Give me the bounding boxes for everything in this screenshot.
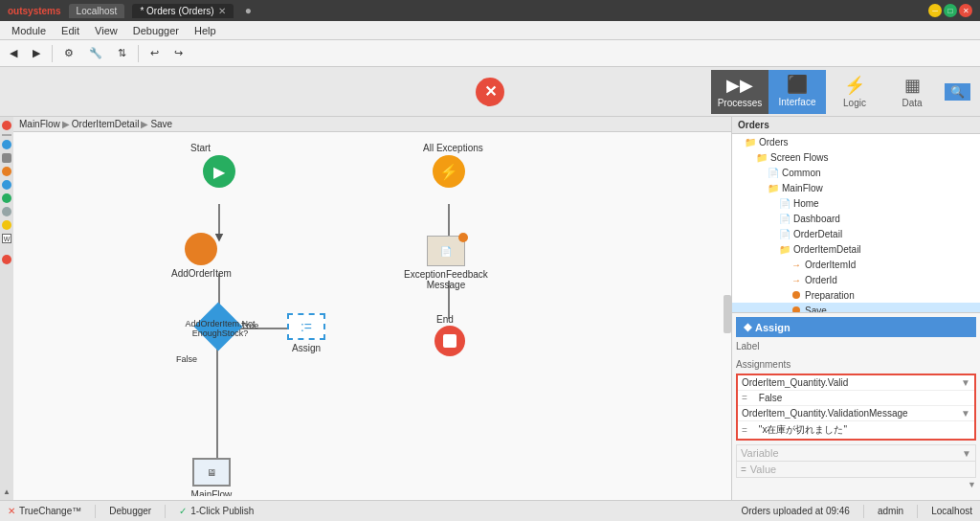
- assign-row-2[interactable]: OrderItem_Quantity.ValidationMessage ▼: [738, 406, 974, 421]
- publish-label: 1-Click Publish: [190, 506, 254, 516]
- maximize-button[interactable]: □: [944, 4, 957, 17]
- back-button[interactable]: ◀: [4, 45, 23, 61]
- tree-panel: Orders 📁 Orders 📁 Screen Flows 📄 Common: [732, 117, 980, 313]
- left-icon-expand[interactable]: ▲: [3, 487, 11, 496]
- breadcrumb-mainflow[interactable]: MainFlow: [19, 119, 60, 129]
- truechange-status[interactable]: ✕ TrueChange™: [8, 506, 81, 516]
- end-circle[interactable]: [434, 326, 465, 356]
- tab-logic[interactable]: ⚡ Logic: [826, 70, 883, 114]
- tree-item-orderitemid[interactable]: → OrderItemId: [732, 257, 980, 272]
- assign-value-row-1[interactable]: = False: [738, 391, 974, 406]
- screen-rect[interactable]: 🖥: [192, 458, 231, 487]
- allexceptions-circle[interactable]: ⚡: [433, 155, 465, 188]
- left-icon-blue[interactable]: [2, 140, 11, 149]
- tab-processes[interactable]: ▶▶ Processes: [711, 70, 768, 114]
- menu-help[interactable]: Help: [187, 23, 224, 38]
- tree-item-orderdetail[interactable]: 📄 OrderDetail: [732, 226, 980, 241]
- user-label: admin: [878, 506, 903, 516]
- top-tabs: ✕ ▶▶ Processes ⬛ Interface ⚡ Logic ▦ Dat…: [0, 67, 980, 117]
- left-icon-yellow[interactable]: [2, 220, 11, 230]
- close-button[interactable]: ✕: [959, 4, 972, 17]
- compare-button[interactable]: ⇅: [112, 45, 132, 61]
- tab-interface[interactable]: ⬛ Interface: [768, 70, 826, 114]
- build-button[interactable]: 🔧: [83, 45, 108, 61]
- end-stop: [443, 334, 457, 348]
- breadcrumb-orderitemdetail[interactable]: OrderItemDetail: [72, 119, 140, 129]
- undo-button[interactable]: ↩: [145, 45, 165, 61]
- assign-box[interactable]: :=: [287, 313, 325, 340]
- variable-dropdown[interactable]: ▼: [962, 448, 971, 459]
- node-start[interactable]: ▶: [203, 155, 235, 188]
- orderitemdetail-label: OrderItemDetail: [793, 244, 861, 255]
- publish-button[interactable]: ✓ 1-Click Publish: [179, 506, 254, 516]
- search-button[interactable]: 🔍: [945, 83, 970, 101]
- close-overlay-button[interactable]: ✕: [476, 78, 504, 106]
- exception-box[interactable]: 📄: [427, 236, 465, 266]
- forward-button[interactable]: ▶: [27, 45, 46, 61]
- tree-item-orders-root[interactable]: 📁 Orders: [732, 134, 980, 149]
- tab-orders[interactable]: * Orders (Orders) ✕: [132, 4, 233, 18]
- menu-debugger[interactable]: Debugger: [125, 23, 187, 38]
- tree-item-home[interactable]: 📄 Home: [732, 195, 980, 211]
- left-icon-red[interactable]: [2, 121, 11, 130]
- menu-view[interactable]: View: [87, 23, 125, 38]
- node-addorderitem[interactable]: AddOrderItem: [171, 233, 232, 279]
- left-icon-grid[interactable]: [2, 153, 11, 163]
- left-icon-gray[interactable]: [2, 207, 11, 216]
- left-icon-diamond[interactable]: [0, 178, 13, 192]
- tree-item-mainflow[interactable]: 📁 MainFlow: [732, 180, 980, 195]
- toolbar: ◀ ▶ ⚙ 🔧 ⇅ ↩ ↪: [0, 40, 980, 67]
- start-circle[interactable]: ▶: [203, 155, 235, 188]
- left-icon-green[interactable]: [2, 193, 11, 203]
- assign-btn-2[interactable]: ▼: [961, 408, 970, 419]
- menu-module[interactable]: Module: [4, 23, 54, 38]
- props-header: ◆ Assign: [736, 317, 976, 337]
- tree-item-dashboard[interactable]: 📄 Dashboard: [732, 211, 980, 226]
- window-controls: ─ □ ✕: [928, 4, 972, 17]
- redo-button[interactable]: ↪: [168, 45, 189, 61]
- node-end[interactable]: [434, 326, 465, 356]
- node-diamond[interactable]: AddOrderItem.NotEnoughStock?: [201, 309, 235, 344]
- node-assign[interactable]: := Assign: [287, 313, 325, 353]
- left-icon-stop[interactable]: [2, 255, 11, 264]
- tab-close-icon[interactable]: ✕: [218, 6, 226, 16]
- assignments-label: Assignments: [736, 359, 976, 370]
- panel-expand-btn[interactable]: ▼: [968, 480, 976, 489]
- tab-interface-label: Interface: [779, 97, 816, 107]
- left-icon-orange[interactable]: [2, 167, 11, 176]
- assign-value-row-2[interactable]: = "x在庫が切れました": [738, 421, 974, 439]
- status-sep-2: [165, 505, 166, 518]
- node-exceptionfeedback[interactable]: 📄 ExceptionFeedbackMessage: [404, 236, 488, 290]
- status-sep-1: [95, 505, 96, 518]
- tree-item-orderitemdetail[interactable]: 📁 OrderItemDetail: [732, 241, 980, 257]
- assign-btn-1[interactable]: ▼: [961, 377, 970, 388]
- variable-placeholder: Variable: [741, 447, 962, 459]
- tree-item-preparation[interactable]: Preparation: [732, 287, 980, 303]
- left-icon-widget[interactable]: W: [2, 234, 11, 243]
- node-allexceptions[interactable]: ⚡: [433, 155, 465, 188]
- assignments-table: OrderItem_Quantity.Valid ▼ = False Order…: [736, 374, 976, 441]
- tree-item-common[interactable]: 📄 Common: [732, 165, 980, 180]
- assign-row-1[interactable]: OrderItem_Quantity.Valid ▼: [738, 375, 974, 391]
- node-allexceptions-label: All Exceptions: [423, 140, 483, 153]
- start-label-text: Start: [190, 143, 211, 153]
- node-mainflow-orderdetail[interactable]: 🖥 MainFlow\OrderDetail: [186, 458, 237, 496]
- tab-localhost[interactable]: Localhost: [69, 4, 125, 18]
- tree-item-orderid[interactable]: → OrderId: [732, 272, 980, 287]
- label-field-label: Label: [736, 341, 976, 351]
- settings-button[interactable]: ⚙: [58, 45, 79, 61]
- addorderitem-circle[interactable]: [185, 233, 217, 265]
- tab-data[interactable]: ▦ Data: [883, 70, 941, 114]
- resize-handle[interactable]: [724, 295, 731, 333]
- home-label: Home: [793, 198, 819, 209]
- assign-var-1: OrderItem_Quantity.Valid: [742, 377, 961, 388]
- minimize-button[interactable]: ─: [928, 4, 942, 17]
- breadcrumb-save[interactable]: Save: [150, 119, 172, 129]
- tab-new-icon[interactable]: ●: [245, 4, 252, 17]
- tree-item-save[interactable]: Save: [732, 303, 980, 313]
- debugger-status[interactable]: Debugger: [109, 506, 151, 516]
- assign-val-2: "x在庫が切れました": [751, 423, 970, 437]
- orders-root-icon: 📁: [744, 135, 757, 148]
- menu-edit[interactable]: Edit: [54, 23, 87, 38]
- tree-item-screen-flows[interactable]: 📁 Screen Flows: [732, 149, 980, 165]
